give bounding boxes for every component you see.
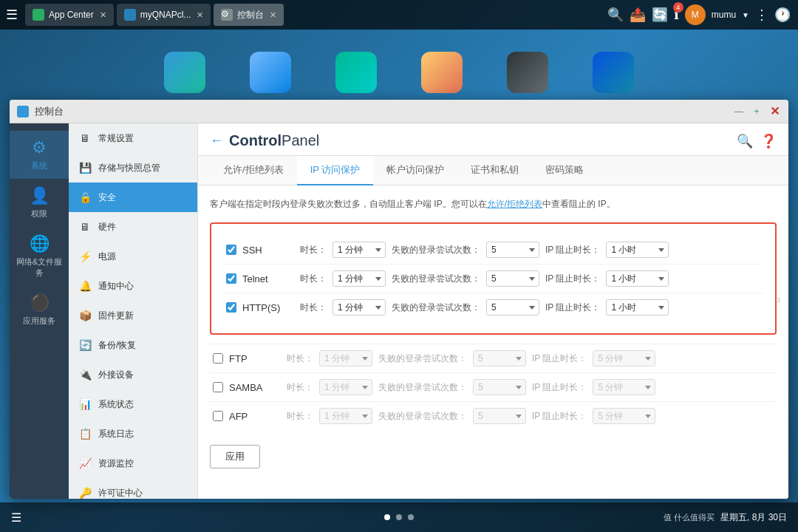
header-help-button[interactable]: ❓ [760,133,777,149]
taskbar: ☰ App Center ✕ myQNAPcl... ✕ ⚙ 控制台 ✕ 🔍 📤… [0,0,798,30]
apply-btn-container: 应用 [210,445,777,468]
close-button[interactable]: ✕ [768,105,781,118]
maximize-button[interactable]: + [750,105,763,118]
sidebar-external[interactable]: 🔌 外接设备 [69,360,197,389]
taskbar-left: ☰ App Center ✕ myQNAPcl... ✕ ⚙ 控制台 ✕ [0,4,293,26]
resize-handle[interactable]: › [777,292,781,307]
username-dropdown-icon[interactable]: ▼ [742,11,749,19]
desktop-icon-3[interactable] [335,52,377,96]
dot-1[interactable] [384,514,390,520]
start-icon[interactable]: ☰ [11,511,21,525]
sidebar-firmware[interactable]: 📦 固件更新 [69,301,197,330]
sidebar-monitor[interactable]: 📈 资源监控 [69,449,197,478]
https-duration-select[interactable]: 1 分钟5 分钟15 分钟30 分钟1 小时 [332,299,386,316]
apply-button[interactable]: 应用 [210,445,260,468]
sidebar-security[interactable]: 🔒 安全 [69,183,197,212]
telnet-attempts-select[interactable]: 351020 [486,270,539,287]
afp-checkbox[interactable] [213,411,223,421]
tab-control-panel[interactable]: ⚙ 控制台 ✕ [214,4,284,26]
minimize-button[interactable]: — [732,105,746,118]
bottom-left: ☰ [11,511,21,525]
desktop-icon-4[interactable] [421,52,463,96]
sidebar-status[interactable]: 📊 系统状态 [69,389,197,419]
username-label[interactable]: mumu [712,10,736,20]
telnet-checkbox[interactable] [226,273,236,284]
tab-password-policy[interactable]: 密码策略 [532,156,597,185]
https-checkbox[interactable] [226,302,236,313]
afp-duration-select[interactable]: 1 分钟 [319,408,372,424]
desktop-icon-2[interactable] [250,52,291,96]
ftp-block-select[interactable]: 5 分钟 [593,350,655,366]
sidebar-hardware-label: 硬件 [98,221,116,233]
tab-app-center-close[interactable]: ✕ [100,10,106,20]
ssh-block-select[interactable]: 1 小时6 小时24 小时永久 [606,242,669,258]
sidebar-hardware[interactable]: 🖥 硬件 [69,212,197,242]
tab-allow-deny[interactable]: 允许/拒绝列表 [210,156,297,185]
sync-icon[interactable]: 🔄 [652,7,668,23]
https-block-select[interactable]: 1 小时6 小时24 小时永久 [606,299,669,316]
more-icon[interactable]: ⋮ [755,7,768,23]
dot-3[interactable] [408,514,414,520]
samba-duration-select[interactable]: 1 分钟 [319,379,372,395]
telnet-block-select[interactable]: 1 小时6 小时24 小时永久 [606,270,669,287]
telnet-label: Telnet [242,273,294,284]
sidebar-general[interactable]: 🖥 常规设置 [69,123,197,153]
sidebar-backup[interactable]: 🔄 备份/恢复 [69,330,197,360]
https-attempts-select[interactable]: 351020 [486,299,539,316]
telnet-duration-select[interactable]: 1 分钟5 分钟15 分钟30 分钟1 小时 [332,270,386,287]
sidebar-license[interactable]: 🔑 许可证中心 [69,478,197,499]
dot-2[interactable] [396,514,402,520]
sidebar-item-system[interactable]: ⚙ 系统 [10,131,69,179]
upload-icon[interactable]: 📤 [630,7,646,23]
ssh-checkbox[interactable] [226,245,236,255]
search-icon[interactable]: 🔍 [607,7,624,23]
notice-link[interactable]: 允许/拒绝列表 [487,199,542,209]
samba-duration-label: 时长： [287,381,313,394]
tab-certificates[interactable]: 证书和私钥 [457,156,532,185]
tab-myqnap-close[interactable]: ✕ [197,10,203,20]
afp-attempts-select[interactable]: 5 [473,408,526,424]
tab-control-close[interactable]: ✕ [270,10,276,20]
tab-ip-protection[interactable]: IP 访问保护 [297,156,374,185]
afp-block-select[interactable]: 5 分钟 [593,408,655,424]
sidebar-storage[interactable]: 💾 存储与快照总管 [69,153,197,183]
tab-app-center[interactable]: App Center ✕ [25,4,114,26]
sidebar-logs[interactable]: 📋 系统日志 [69,419,197,449]
samba-checkbox[interactable] [213,382,223,392]
ssh-attempts-label: 失败的登录尝试次数： [392,244,480,256]
desktop-icon-5[interactable] [507,52,548,96]
samba-block-select[interactable]: 5 分钟 [593,379,655,395]
hamburger-icon[interactable]: ☰ [6,7,18,23]
watermark-text: 值 什么值得买 [664,512,715,523]
tab-account-protection[interactable]: 帐户访问保护 [373,156,457,185]
https-duration-label: 时长： [300,301,327,314]
back-button[interactable]: ← [210,133,223,149]
https-block-label: IP 阻止时长： [545,301,600,314]
sidebar-power[interactable]: ⚡ 电源 [69,242,197,271]
secondary-sidebar: 🖥 常规设置 💾 存储与快照总管 🔒 安全 🖥 硬件 ⚡ 电源 [69,123,198,499]
ftp-checkbox[interactable] [213,353,223,364]
desktop: ☰ App Center ✕ myQNAPcl... ✕ ⚙ 控制台 ✕ 🔍 📤… [0,0,798,532]
ssh-attempts-select[interactable]: 351020 [486,242,539,258]
header-search-button[interactable]: 🔍 [737,133,753,149]
logs-icon: 📋 [78,426,92,441]
sidebar-item-apps[interactable]: ⚫ 应用服务 [10,286,69,334]
desktop-icon-img-3 [335,52,377,93]
samba-attempts-select[interactable]: 5 [473,379,526,395]
monitor-icon: 📈 [78,456,92,471]
sidebar-item-network[interactable]: 🌐 网络&文件服务 [10,227,69,286]
ftp-duration-select[interactable]: 1 分钟 [319,350,372,366]
desktop-icon-6[interactable] [593,52,634,96]
sidebar-notification[interactable]: 🔔 通知中心 [69,271,197,301]
header-actions: 🔍 ❓ [737,133,777,149]
clock-icon[interactable]: 🕐 [774,7,791,23]
datetime-text: 星期五, 8月 30日 [720,511,787,524]
notification-badge[interactable]: ℹ 4 [674,7,679,23]
tab-myqnap[interactable]: myQNAPcl... ✕ [117,4,211,26]
sidebar-item-permissions[interactable]: 👤 权限 [10,179,69,227]
telnet-duration-label: 时长： [300,273,327,285]
ssh-duration-select[interactable]: 1 分钟5 分钟15 分钟30 分钟1 小时 [332,242,386,258]
desktop-icon-1[interactable] [164,52,205,96]
ftp-attempts-select[interactable]: 5 [473,350,526,366]
ssh-block-label: IP 阻止时长： [545,244,600,256]
